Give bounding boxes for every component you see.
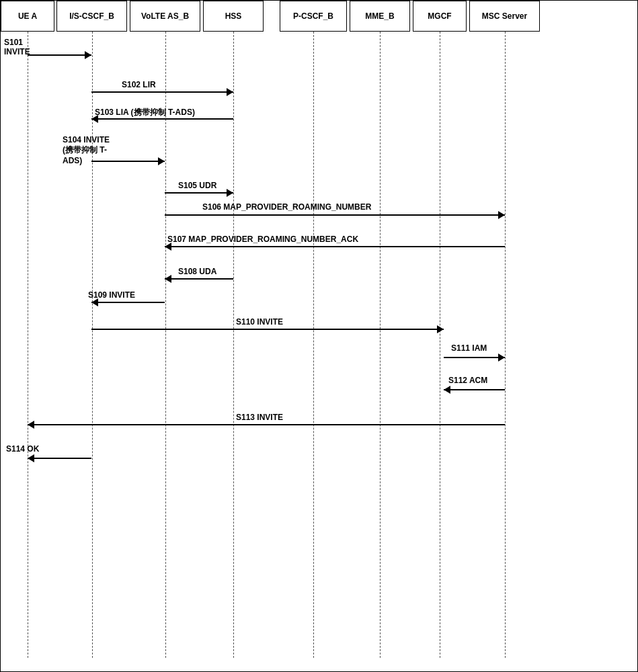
msg-label-s103: S103 LIA (携带抑制 T-ADS) [95, 107, 195, 118]
arrow-line-s108 [165, 278, 233, 280]
arrow-line-s113 [28, 424, 505, 425]
arrow-head-s114 [28, 454, 34, 462]
arrow-line-s109 [91, 302, 165, 303]
lifeline-mgcf [440, 32, 440, 658]
msg-label-s101: S101 INVITE [4, 38, 30, 56]
msg-label-s106: S106 MAP_PROVIDER_ROAMING_NUMBER [202, 202, 371, 212]
actor-msc_server: MSC Server [469, 1, 540, 32]
actor-iscscf_b: I/S-CSCF_B [56, 1, 127, 32]
arrow-head-s102 [227, 88, 233, 96]
arrow-line-s106 [165, 214, 505, 216]
actor-mme_b: MME_B [350, 1, 410, 32]
msg-label-s111: S111 IAM [451, 343, 487, 353]
msg-label-s114: S114 OK [6, 444, 39, 454]
arrow-line-s111 [444, 357, 505, 358]
arrow-head-s104 [158, 157, 165, 165]
msg-label-s109: S109 INVITE [88, 290, 135, 300]
arrow-head-s110 [437, 325, 444, 333]
arrow-head-s108 [165, 275, 171, 283]
lifeline-msc_server [505, 32, 506, 658]
arrow-line-s102 [91, 91, 233, 93]
arrow-line-s110 [91, 329, 444, 330]
arrow-line-s107 [165, 246, 505, 247]
lifeline-pcscf_b [313, 32, 314, 658]
actor-mgcf: MGCF [413, 1, 467, 32]
msg-label-s108: S108 UDA [178, 267, 216, 276]
msg-label-s112: S112 ACM [448, 376, 487, 385]
msg-label-s110: S110 INVITE [236, 317, 283, 327]
msg-label-s102: S102 LIR [122, 80, 156, 89]
arrow-head-s105 [227, 189, 233, 197]
arrow-line-s114 [28, 458, 91, 459]
arrow-line-s112 [444, 389, 505, 390]
msg-label-s105: S105 UDR [178, 181, 216, 190]
arrow-line-s103 [91, 118, 233, 120]
msg-label-s104: S104 INVITE (携带抑制 T- ADS) [63, 135, 110, 165]
sequence-diagram: UE AI/S-CSCF_BVoLTE AS_BHSSP-CSCF_BMME_B… [0, 0, 638, 672]
msg-label-s107: S107 MAP_PROVIDER_ROAMING_NUMBER_ACK [167, 235, 358, 244]
actor-pcscf_b: P-CSCF_B [280, 1, 347, 32]
arrow-head-s112 [444, 386, 450, 394]
actor-hss: HSS [203, 1, 264, 32]
arrow-line-s105 [165, 192, 233, 194]
lifeline-iscscf_b [92, 32, 93, 658]
lifeline-hss [233, 32, 234, 658]
arrow-line-s101 [28, 54, 91, 56]
lifeline-ue_a [28, 32, 28, 658]
arrow-head-s111 [498, 353, 505, 362]
arrow-head-s113 [28, 421, 34, 429]
arrow-head-s106 [498, 211, 505, 219]
arrow-head-s101 [85, 51, 91, 59]
actor-volte_as_b: VoLTE AS_B [130, 1, 200, 32]
lifeline-mme_b [380, 32, 381, 658]
msg-label-s113: S113 INVITE [236, 413, 283, 422]
lifeline-volte_as_b [165, 32, 166, 658]
actor-ue_a: UE A [1, 1, 54, 32]
